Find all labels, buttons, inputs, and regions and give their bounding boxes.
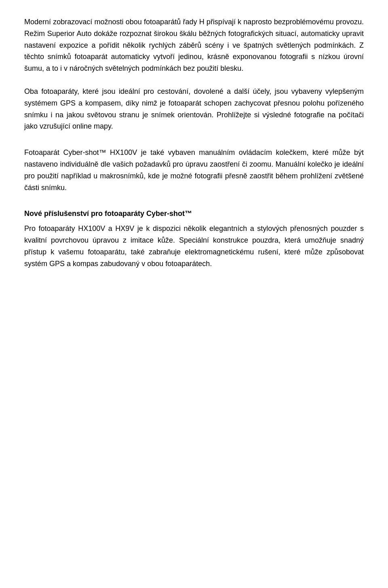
paragraph-4: Nové příslušenství pro fotoaparáty Cyber… <box>24 208 364 269</box>
paragraph-2: Oba fotoaparáty, které jsou ideální pro … <box>24 86 364 132</box>
section-heading: Nové příslušenství pro fotoaparáty Cyber… <box>24 208 364 220</box>
paragraph-1: Moderní zobrazovací možnosti obou fotoap… <box>24 16 364 74</box>
paragraph-3: Fotoaparát Cyber-shot™ HX100V je také vy… <box>24 147 364 193</box>
main-content: Moderní zobrazovací možnosti obou fotoap… <box>24 16 364 269</box>
